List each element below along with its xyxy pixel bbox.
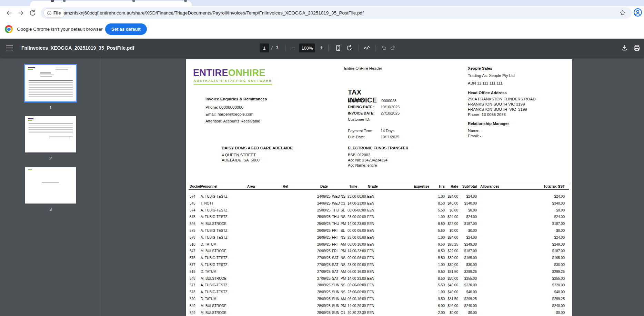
- table-row: 575 A. TUBIG-TESTZ 25/09/25 THU NS 23:00…: [189, 214, 569, 220]
- url-text[interactable]: amznfsxnj60ocqf.entirehr.com.au/share/XS…: [63, 7, 364, 19]
- file-chip-label: File: [53, 11, 61, 16]
- table-row: 519 D. TATUM 27/09/25 SAT AM 06:00-16:00…: [189, 268, 569, 275]
- header-note: Entire OnHire Header: [344, 66, 382, 70]
- table-row: 574 A. TUBIG-TESTZ 24/09/25 WED NS 23:00…: [189, 193, 569, 200]
- info-icon: [47, 11, 52, 16]
- client-name: DAISY DOMS AGED CARE ADELAIDE: [222, 146, 293, 150]
- page-number-input[interactable]: 1: [260, 43, 269, 52]
- thumbnail-panel: 1 2 3: [0, 57, 102, 316]
- table-row: 547 M. BULSTRODE 26/09/25 FRI PM 14:00-2…: [189, 248, 569, 255]
- table-row: 518 D. TATUM 26/09/25 FRI AM 06:00-16:00…: [189, 241, 569, 248]
- bookmark-star-icon[interactable]: [619, 9, 626, 16]
- fit-page-icon[interactable]: [334, 44, 342, 52]
- table-row: 578 A. TUBIG-TESTZ 28/09/25 SUN NS 23:00…: [189, 289, 569, 296]
- undo-icon: [379, 44, 388, 52]
- pdf-viewer: 1 2 3 ENTIREONHIRE AUSTRALIA'S STAFFING …: [0, 57, 644, 316]
- zoom-in-button[interactable]: +: [318, 44, 326, 52]
- table-row: 545 T. NOTT 24/09/25 WED O2 14:00-23:00 …: [189, 200, 569, 207]
- tab-strip: [0, 0, 644, 6]
- table-row: 577 A. TUBIG-TESTZ 27/09/25 SAT NS 23:00…: [189, 261, 569, 268]
- enquiries-heading: Invoice Enquiries & Remittances: [205, 97, 267, 101]
- table-row: 574 A. TUBIG-TESTZ 25/09/25 THU SL 00:00…: [189, 207, 569, 214]
- eft-heading: ELECTRONIC FUNDS TRANSFER: [348, 146, 408, 150]
- table-row: 575 A. TUBIG-TESTZ 26/09/25 FRI SL 00:00…: [189, 227, 569, 234]
- toolbar-divider: [359, 45, 359, 51]
- table-row: 548 M. BULSTRODE 27/09/25 SAT PM 14:00-2…: [189, 275, 569, 282]
- zoom-out-button[interactable]: −: [289, 44, 297, 52]
- rotate-icon[interactable]: [345, 44, 353, 52]
- zoom-level-input[interactable]: 100%: [299, 43, 315, 52]
- page-total: 3: [276, 39, 278, 57]
- back-icon[interactable]: [6, 9, 13, 17]
- default-browser-infobar: Google Chrome isn't your default browser…: [0, 20, 644, 39]
- browser-navbar: File amznfsxnj60ocqf.entirehr.com.au/sha…: [0, 6, 644, 20]
- file-chip[interactable]: File: [44, 9, 65, 17]
- annotate-icon[interactable]: [363, 44, 371, 52]
- tab-title-fragment: [63, 0, 66, 2]
- page-thumbnail-2[interactable]: [25, 116, 76, 152]
- page-thumbnail-3[interactable]: [25, 167, 76, 204]
- table-row: 549 M. BULSTRODE 28/09/25 SUN O1 20:30-2…: [189, 309, 569, 316]
- thumbnail-label-2: 2: [25, 156, 76, 161]
- download-icon[interactable]: [620, 44, 628, 52]
- tab-favicon: [51, 0, 54, 2]
- forward-icon[interactable]: [17, 9, 24, 17]
- toolbar-divider: [328, 45, 329, 51]
- logo-tagline: AUSTRALIA'S STAFFING SOFTWARE: [194, 79, 272, 85]
- menu-icon[interactable]: [6, 46, 13, 50]
- tab-close-fragment[interactable]: [184, 0, 187, 2]
- page-separator: /: [271, 39, 273, 57]
- company-name: Xeople Sales: [468, 66, 492, 70]
- chrome-logo-icon: [5, 25, 13, 33]
- thumbnail-label-1: 1: [25, 105, 76, 110]
- table-row: 576 A. TUBIG-TESTZ 27/09/25 SAT NS 00:00…: [189, 255, 569, 261]
- pdf-toolbar: FnlInvoices_XEOGGA_20251019_35_PostFile.…: [0, 39, 644, 57]
- toolbar-divider: [285, 45, 285, 51]
- infobar-message: Google Chrome isn't your default browser: [17, 20, 103, 39]
- table-row: 576 A. TUBIG-TESTZ 26/09/25 FRI NS 23:00…: [189, 234, 569, 241]
- set-as-default-button[interactable]: Set as default: [105, 23, 147, 35]
- table-row: 520 D. TATUM 28/09/25 SUN AM 06:00-16:00…: [189, 296, 569, 303]
- invoice-table-header: Docket Personnel Area Ref Date Time Grad…: [189, 183, 569, 190]
- tab-title-fragment: [132, 0, 135, 2]
- address-bar[interactable]: File amznfsxnj60ocqf.entirehr.com.au/sha…: [41, 7, 632, 19]
- pdf-filename: FnlInvoices_XEOGGA_20251019_35_PostFile.…: [21, 39, 134, 57]
- print-icon[interactable]: [633, 44, 641, 52]
- table-row: 577 A. TUBIG-TESTZ 28/09/25 SUN NS 00:00…: [189, 282, 569, 289]
- relationship-manager-heading: Relationship Manager: [468, 121, 509, 126]
- profile-icon[interactable]: [633, 8, 642, 17]
- page-thumbnail-1[interactable]: [25, 65, 76, 101]
- entire-onhire-logo: ENTIREONHIRE: [193, 68, 265, 78]
- table-row: 549 M. BULSTRODE 28/09/25 SUN PM 14:00-2…: [189, 303, 569, 309]
- toolbar-divider: [375, 45, 375, 51]
- head-office-heading: Head Office Address: [468, 91, 507, 95]
- redo-icon: [389, 44, 398, 52]
- active-tab[interactable]: [30, 1, 192, 6]
- thumbnail-label-3: 3: [25, 207, 76, 212]
- pdf-page-1: ENTIREONHIRE AUSTRALIA'S STAFFING SOFTWA…: [186, 59, 572, 316]
- reload-icon[interactable]: [29, 9, 36, 17]
- table-row: 546 M. BULSTRODE 25/09/25 THU PM 14:00-2…: [189, 220, 569, 227]
